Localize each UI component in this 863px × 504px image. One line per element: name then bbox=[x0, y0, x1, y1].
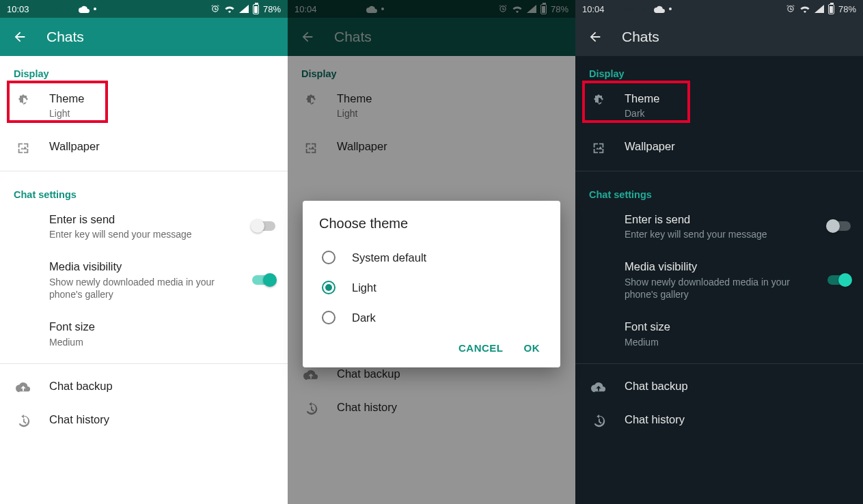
item-wallpaper-title: Wallpaper bbox=[49, 139, 233, 154]
screen-light: 10:03 78% Chats Display Theme L bbox=[0, 0, 288, 504]
wifi-icon bbox=[224, 5, 235, 13]
section-chat-settings: Chat settings bbox=[0, 177, 288, 203]
section-chat-settings: Chat settings bbox=[575, 177, 863, 203]
item-font-size[interactable]: Font size Medium bbox=[575, 310, 863, 358]
more-notif-icon bbox=[94, 8, 96, 10]
item-enter-is-send[interactable]: Enter is send Enter key will send your m… bbox=[0, 203, 288, 251]
status-bar: 10:04 78% bbox=[575, 0, 863, 18]
item-backup-title: Chat backup bbox=[49, 379, 233, 393]
toggle-media-visibility[interactable] bbox=[827, 275, 851, 285]
cloud-icon bbox=[654, 5, 665, 13]
item-chat-backup[interactable]: Chat backup bbox=[0, 369, 288, 403]
history-icon bbox=[589, 412, 608, 429]
toggle-enter-is-send[interactable] bbox=[827, 221, 851, 231]
radio-dark[interactable]: Dark bbox=[319, 303, 544, 333]
alarm-icon bbox=[786, 4, 795, 14]
brightness-icon bbox=[14, 92, 33, 109]
item-media-title: Media visibility bbox=[625, 260, 808, 274]
item-font-size[interactable]: Font size Medium bbox=[0, 310, 288, 358]
appbar-title: Chats bbox=[622, 29, 659, 45]
battery-icon bbox=[253, 4, 259, 14]
divider bbox=[575, 171, 863, 171]
appbar-title: Chats bbox=[46, 29, 84, 45]
radio-label: System default bbox=[352, 251, 426, 264]
item-media-visibility[interactable]: Media visibility Show newly downloaded m… bbox=[0, 250, 288, 310]
item-backup-title: Chat backup bbox=[625, 379, 808, 393]
history-icon bbox=[14, 412, 33, 429]
item-enter-title: Enter is send bbox=[49, 212, 233, 227]
dialog-ok-button[interactable]: OK bbox=[524, 342, 540, 354]
item-enter-is-send[interactable]: Enter is send Enter key will send your m… bbox=[575, 203, 863, 251]
divider bbox=[575, 363, 863, 364]
brightness-icon bbox=[589, 92, 608, 109]
item-font-sub: Medium bbox=[625, 336, 808, 348]
toggle-enter-is-send[interactable] bbox=[252, 221, 275, 231]
item-chat-backup[interactable]: Chat backup bbox=[575, 369, 863, 403]
wallpaper-icon bbox=[14, 139, 33, 156]
item-font-sub: Medium bbox=[49, 336, 233, 348]
battery-icon bbox=[828, 4, 834, 14]
dialog-cancel-button[interactable]: CANCEL bbox=[458, 342, 504, 354]
item-theme-value: Light bbox=[49, 107, 233, 120]
item-wallpaper-title: Wallpaper bbox=[625, 139, 808, 154]
item-enter-title: Enter is send bbox=[625, 212, 808, 227]
item-history-title: Chat history bbox=[625, 412, 808, 427]
item-media-sub: Show newly downloaded media in your phon… bbox=[49, 276, 233, 300]
dialog-title: Choose theme bbox=[319, 216, 544, 232]
cloud-upload-icon bbox=[589, 379, 608, 393]
more-notif-icon bbox=[669, 8, 672, 10]
signal-icon bbox=[239, 5, 249, 13]
status-time: 10:03 bbox=[7, 4, 29, 14]
item-theme[interactable]: Theme Light bbox=[0, 82, 288, 130]
wallpaper-icon bbox=[589, 139, 608, 156]
item-font-title: Font size bbox=[49, 320, 233, 334]
item-media-sub: Show newly downloaded media in your phon… bbox=[625, 276, 808, 300]
wifi-icon bbox=[799, 5, 810, 13]
radio-icon bbox=[322, 281, 335, 294]
radio-label: Light bbox=[352, 281, 376, 294]
status-bar: 10:03 78% bbox=[0, 0, 288, 18]
cloud-upload-icon bbox=[14, 379, 33, 393]
battery-percent: 78% bbox=[838, 4, 856, 14]
screen-dark: 10:04 78% Chats Display Theme D bbox=[575, 0, 863, 504]
notif-icon bbox=[609, 5, 620, 14]
back-icon[interactable] bbox=[12, 29, 27, 44]
item-history-title: Chat history bbox=[49, 412, 233, 427]
item-font-title: Font size bbox=[625, 320, 808, 334]
notif-icon bbox=[64, 5, 74, 14]
item-media-visibility[interactable]: Media visibility Show newly downloaded m… bbox=[575, 250, 863, 310]
battery-percent: 78% bbox=[263, 4, 281, 14]
notif-icon bbox=[624, 5, 635, 14]
signal-icon bbox=[814, 5, 824, 13]
notif-icon bbox=[49, 5, 59, 14]
radio-system-default[interactable]: System default bbox=[319, 242, 544, 272]
app-bar: Chats bbox=[575, 18, 863, 56]
back-icon[interactable] bbox=[588, 29, 603, 44]
item-wallpaper[interactable]: Wallpaper bbox=[575, 130, 863, 165]
item-theme-value: Dark bbox=[625, 107, 808, 120]
toggle-media-visibility[interactable] bbox=[252, 275, 275, 285]
app-bar: Chats bbox=[0, 18, 288, 56]
divider bbox=[0, 363, 288, 364]
notif-icon bbox=[639, 5, 650, 14]
radio-icon bbox=[322, 251, 335, 264]
section-display: Display bbox=[0, 56, 288, 82]
cloud-icon bbox=[79, 5, 90, 13]
alarm-icon bbox=[210, 4, 220, 14]
radio-light[interactable]: Light bbox=[319, 272, 544, 303]
divider bbox=[0, 171, 288, 171]
radio-label: Dark bbox=[352, 311, 376, 324]
item-enter-sub: Enter key will send your message bbox=[49, 228, 233, 240]
item-enter-sub: Enter key will send your message bbox=[625, 228, 808, 240]
item-wallpaper[interactable]: Wallpaper bbox=[0, 130, 288, 165]
section-display: Display bbox=[575, 56, 863, 82]
item-theme-title: Theme bbox=[49, 92, 233, 106]
item-theme-title: Theme bbox=[625, 92, 808, 106]
item-chat-history[interactable]: Chat history bbox=[575, 403, 863, 438]
theme-dialog: Choose theme System default Light Dark C… bbox=[303, 201, 560, 367]
status-time: 10:04 bbox=[582, 4, 605, 14]
item-media-title: Media visibility bbox=[49, 260, 233, 274]
radio-icon bbox=[322, 311, 335, 324]
item-theme[interactable]: Theme Dark bbox=[575, 82, 863, 130]
item-chat-history[interactable]: Chat history bbox=[0, 403, 288, 438]
